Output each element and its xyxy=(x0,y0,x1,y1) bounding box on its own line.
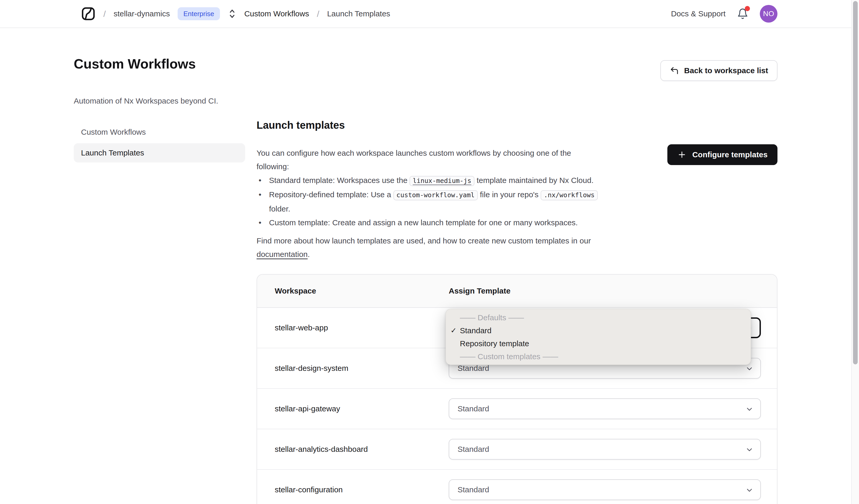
template-options-list: Standard template: Workspaces use the li… xyxy=(257,173,615,229)
template-option-bullet: Standard template: Workspaces use the li… xyxy=(257,173,615,188)
dropdown-group-label: —— Defaults —— xyxy=(446,311,751,324)
template-option-bullet: Custom template: Create and assign a new… xyxy=(257,216,615,229)
intro-paragraph: You can configure how each workspace lau… xyxy=(257,147,610,173)
select-value: Standard xyxy=(457,364,489,373)
assign-template-select[interactable]: Standard xyxy=(449,398,761,419)
text-segment: Custom template: Create and assign a new… xyxy=(269,218,578,227)
text-segment: template maintained by Nx Cloud. xyxy=(474,176,593,184)
notification-dot xyxy=(745,6,750,11)
corner-up-left-icon xyxy=(670,66,679,75)
table-row: stellar-api-gatewayStandard xyxy=(257,389,777,429)
workspace-name: stellar-configuration xyxy=(257,485,449,494)
text-segment: You can configure how each workspace lau… xyxy=(257,149,571,157)
top-navbar: / stellar-dynamics Enterprise Custom Wor… xyxy=(0,0,859,28)
settings-sidebar: Custom Workflows Launch Templates xyxy=(74,122,245,164)
workspace-template-table: Workspace Assign Template stellar-web-ap… xyxy=(257,274,778,504)
section-heading: Launch templates xyxy=(257,118,778,132)
navbar-actions: Docs & Support NO xyxy=(671,5,778,22)
notifications-bell-icon[interactable] xyxy=(737,7,748,20)
breadcrumb-separator: / xyxy=(103,9,106,19)
page-title: Custom Workflows xyxy=(74,56,196,72)
select-value: Standard xyxy=(457,485,489,494)
template-select-dropdown-popup: —— Defaults ——✓StandardRepository templa… xyxy=(446,309,751,365)
main-content: Launch templates You can configure how e… xyxy=(257,118,778,261)
text-segment: following: xyxy=(257,162,289,171)
page-subtitle: Automation of Nx Workspaces beyond CI. xyxy=(74,96,218,105)
user-avatar[interactable]: NO xyxy=(760,5,778,22)
breadcrumb-workspace[interactable]: stellar-dynamics xyxy=(114,9,170,18)
assign-template-select[interactable]: Standard xyxy=(449,439,761,460)
text-segment: file in your repo's xyxy=(478,190,541,199)
find-more-paragraph: Find more about how launch templates are… xyxy=(257,234,610,261)
breadcrumb-separator-2: / xyxy=(317,9,319,19)
column-header-workspace: Workspace xyxy=(257,287,449,295)
page-scrollbar xyxy=(851,0,859,504)
table-row: stellar-configurationStandard xyxy=(257,470,777,504)
nx-cloud-logo-icon[interactable] xyxy=(81,6,95,21)
documentation-link[interactable]: documentation xyxy=(257,250,308,259)
text-segment: Repository-defined template: Use a xyxy=(269,190,393,199)
dropdown-option[interactable]: Repository template xyxy=(446,337,751,350)
configure-button-label: Configure templates xyxy=(692,150,768,159)
checkmark-icon: ✓ xyxy=(451,324,456,337)
back-to-workspace-list-button[interactable]: Back to workspace list xyxy=(660,60,778,81)
back-button-label: Back to workspace list xyxy=(684,66,768,75)
inline-code-chip[interactable]: linux-medium-js xyxy=(409,176,474,186)
dropdown-option[interactable]: ✓Standard xyxy=(446,324,751,337)
text-segment: . xyxy=(308,250,310,259)
workspace-switcher-icon[interactable] xyxy=(228,8,237,19)
select-value: Standard xyxy=(457,404,489,413)
text-segment: folder. xyxy=(269,204,290,213)
template-option-bullet: Repository-defined template: Use a custo… xyxy=(257,188,615,216)
scrollbar-thumb[interactable] xyxy=(853,1,858,364)
docs-support-link[interactable]: Docs & Support xyxy=(671,9,725,18)
assign-template-select[interactable]: Standard xyxy=(449,479,761,500)
enterprise-badge: Enterprise xyxy=(178,7,220,20)
workspace-name: stellar-web-app xyxy=(257,323,449,332)
workspace-name: stellar-analytics-dashboard xyxy=(257,445,449,454)
sidebar-item-launch-templates[interactable]: Launch Templates xyxy=(74,143,245,163)
text-segment: Find more about how launch templates are… xyxy=(257,236,591,245)
dropdown-group-label: —— Custom templates —— xyxy=(446,350,751,363)
breadcrumb-page[interactable]: Launch Templates xyxy=(327,9,390,18)
select-value: Standard xyxy=(457,445,489,454)
table-row: stellar-analytics-dashboardStandard xyxy=(257,429,777,470)
workspace-name: stellar-design-system xyxy=(257,364,449,373)
configure-templates-button[interactable]: Configure templates xyxy=(667,144,778,165)
plus-icon xyxy=(677,150,687,159)
table-header-row: Workspace Assign Template xyxy=(257,275,777,308)
text-segment: Standard template: Workspaces use the xyxy=(269,176,409,184)
breadcrumb-section[interactable]: Custom Workflows xyxy=(244,9,309,18)
breadcrumb: / stellar-dynamics Enterprise Custom Wor… xyxy=(81,6,671,21)
sidebar-item-custom-workflows[interactable]: Custom Workflows xyxy=(74,122,245,142)
workspace-name: stellar-api-gateway xyxy=(257,404,449,413)
column-header-assign-template: Assign Template xyxy=(449,287,777,295)
inline-code-chip: custom-workflow.yaml xyxy=(393,190,478,200)
inline-code-chip: .nx/workflows xyxy=(541,190,598,200)
